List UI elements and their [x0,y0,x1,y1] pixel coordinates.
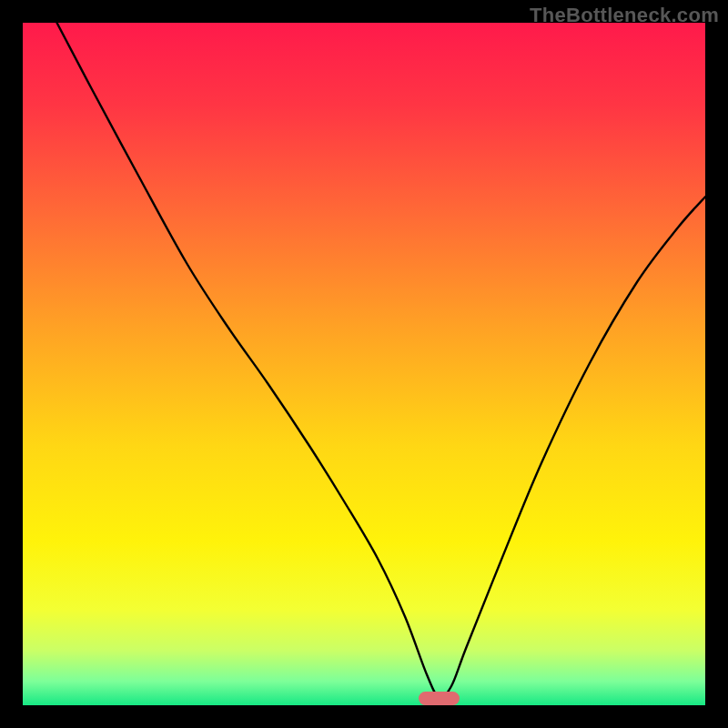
plot-background [23,23,705,705]
optimal-range-marker [419,692,460,705]
bottleneck-chart [23,23,705,705]
chart-frame: TheBottleneck.com [0,0,728,728]
watermark-text: TheBottleneck.com [530,4,719,27]
